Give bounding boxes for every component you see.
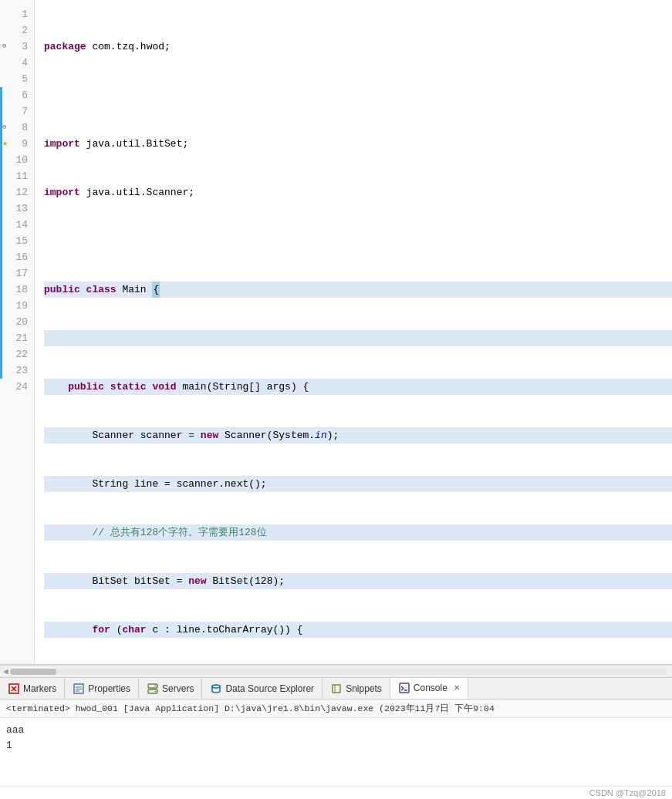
line-num-9: ★ 9 — [0, 136, 34, 152]
code-line-6: public class Main { — [44, 282, 672, 298]
properties-icon — [73, 683, 85, 695]
tab-snippets-label: Snippets — [346, 683, 382, 694]
line-num-21: 21 — [0, 330, 34, 346]
code-line-4: import java.util.Scanner; — [44, 184, 672, 201]
scroll-track[interactable] — [10, 669, 667, 675]
line-num-17: 17 — [0, 265, 34, 282]
tab-console[interactable]: Console ✕ — [390, 678, 468, 699]
markers-icon — [8, 683, 20, 695]
code-line-1: package com.tzq.hwod; — [44, 39, 672, 55]
code-line-11: // 总共有128个字符。字需要用128位 — [44, 524, 672, 541]
collapse-icon-8[interactable]: ⊖ — [2, 120, 6, 136]
line-num-2: 2 — [0, 22, 34, 39]
collapse-icon-3[interactable]: ⊖ — [2, 39, 6, 55]
console-terminated-text: <terminated> hwod_001 [Java Application]… — [0, 700, 672, 718]
line-num-18: 18 — [0, 282, 34, 298]
tab-properties-label: Properties — [88, 683, 130, 694]
console-close-icon[interactable]: ✕ — [454, 683, 460, 692]
svg-point-11 — [212, 685, 220, 688]
line-num-14: 14 — [0, 217, 34, 233]
line-num-16: 16 — [0, 249, 34, 265]
code-line-12: BitSet bitSet = new BitSet(128); — [44, 573, 672, 589]
line-num-3: ⊖ 3 — [0, 39, 34, 55]
console-panel: <terminated> hwod_001 [Java Application]… — [0, 699, 672, 799]
line-num-24: 24 — [0, 379, 34, 395]
code-editor: 1 2 ⊖ 3 4 5 6 7 ⊖ 8 ★ 9 10 11 12 13 14 1… — [0, 0, 672, 665]
console-credit: CSDN @Tzq@2018 — [589, 788, 666, 797]
code-line-2 — [44, 87, 672, 103]
line-num-4: 4 — [0, 55, 34, 71]
warning-icon-9: ★ — [2, 136, 8, 152]
code-line-7 — [44, 330, 672, 346]
bracket-highlight: { — [152, 282, 160, 298]
line-num-19: 19 — [0, 298, 34, 314]
tab-servers[interactable]: Servers — [139, 678, 202, 699]
console-footer: CSDN @Tzq@2018 — [0, 786, 672, 799]
line-num-12: 12 — [0, 184, 34, 201]
code-line-3: import java.util.BitSet; — [44, 136, 672, 152]
tab-snippets[interactable]: Snippets — [322, 678, 390, 699]
tab-servers-label: Servers — [162, 683, 194, 694]
console-output: aaa 1 — [0, 718, 672, 786]
line-num-8: ⊖ 8 — [0, 120, 34, 136]
snippets-icon — [330, 683, 343, 695]
console-output-line-2: 1 — [6, 738, 666, 753]
servers-icon — [147, 683, 159, 695]
horizontal-scrollbar[interactable]: ◀ — [0, 665, 672, 677]
datasource-icon — [210, 683, 222, 695]
line-num-13: 13 — [0, 201, 34, 217]
code-content[interactable]: package com.tzq.hwod; import java.util.B… — [35, 0, 672, 664]
code-line-10: String line = scanner.next(); — [44, 476, 672, 492]
line-num-22: 22 — [0, 346, 34, 362]
line-num-20: 20 — [0, 314, 34, 330]
tab-datasource-label: Data Source Explorer — [225, 683, 314, 694]
tab-markers[interactable]: Markers — [0, 678, 65, 699]
console-output-line-1: aaa — [6, 723, 666, 738]
svg-point-10 — [155, 690, 157, 692]
line-num-10: 10 — [0, 152, 34, 168]
tab-console-label: Console — [414, 683, 447, 693]
tab-markers-label: Markers — [23, 683, 56, 694]
line-num-6: 6 — [0, 87, 34, 103]
line-num-23: 23 — [0, 362, 34, 379]
tab-datasource[interactable]: Data Source Explorer — [202, 678, 322, 699]
line-numbers: 1 2 ⊖ 3 4 5 6 7 ⊖ 8 ★ 9 10 11 12 13 14 1… — [0, 0, 35, 664]
code-line-8: public static void main(String[] args) { — [44, 379, 672, 395]
scroll-left-btn[interactable]: ◀ — [3, 666, 8, 676]
code-line-9: Scanner scanner = new Scanner(System.in)… — [44, 427, 672, 443]
line-num-1: 1 — [0, 6, 34, 22]
console-icon — [398, 682, 410, 694]
line-num-15: 15 — [0, 233, 34, 249]
svg-rect-12 — [333, 685, 340, 693]
scroll-thumb — [10, 669, 56, 675]
tab-properties[interactable]: Properties — [65, 678, 139, 699]
line-num-5: 5 — [0, 71, 34, 87]
code-line-5 — [44, 233, 672, 249]
svg-point-9 — [155, 685, 157, 686]
code-line-13: for (char c : line.toCharArray()) { — [44, 622, 672, 638]
bottom-tabs: Markers Properties Servers Data Source E… — [0, 677, 672, 699]
svg-rect-14 — [400, 683, 409, 693]
line-num-11: 11 — [0, 168, 34, 184]
line-num-7: 7 — [0, 103, 34, 120]
